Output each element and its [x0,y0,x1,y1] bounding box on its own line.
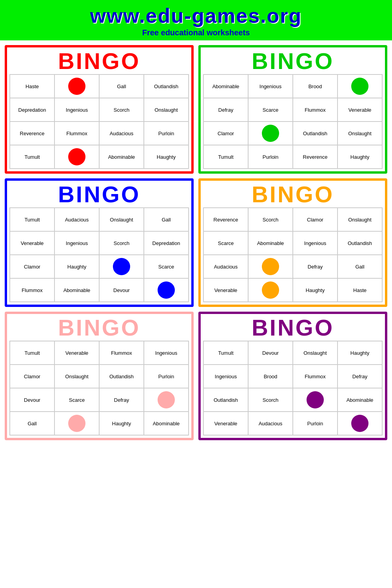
bingo-grid: TumultVenerableFlummoxIngeniousClamorOns… [9,341,189,436]
bingo-cell-9: Scarce [55,388,100,412]
bingo-cell-8: Audacious [204,255,249,279]
bingo-cell-10: Defray [100,388,144,412]
circle-blue [158,281,175,299]
bingo-cell-4: Defray [204,98,249,122]
header-subtitle: Free educational worksheets [0,28,392,37]
bingo-cell-9 [249,122,293,145]
bingo-cell-9: Haughty [55,255,100,279]
bingo-cell-14: Purloin [293,412,338,436]
bingo-cell-11: Abominable [338,388,383,412]
bingo-cell-13: Purloin [249,145,293,169]
bingo-cell-12: Gall [10,412,55,436]
bingo-cell-14: Haughty [293,279,338,302]
circle-pink [158,391,175,408]
bingo-cell-12: Tumult [204,145,249,169]
bingo-cell-6: Ingenious [293,232,338,255]
bingo-cell-9: Flummox [55,122,100,145]
bingo-cell-5: Scarce [249,98,293,122]
header: www.edu-games.org Free educational works… [0,0,392,40]
bingo-cell-10: Outlandish [293,122,338,145]
bingo-cell-2: Gall [100,75,144,98]
bingo-cell-0: Abominable [204,75,249,98]
bingo-cell-15: Haughty [338,145,383,169]
bingo-cell-11: Onslaught [338,122,383,145]
bingo-cell-7: Onslaught [144,98,189,122]
bingo-cell-1: Devour [249,341,293,365]
bingo-cell-13: Audacious [249,412,293,436]
circle-purple [307,391,324,408]
cards-container: BINGOHasteGallOutlandishDepredationIngen… [0,40,392,445]
bingo-cell-3: Onslaught [338,208,383,232]
circle-blue [113,258,130,275]
bingo-cell-15 [338,412,383,436]
circle-green [351,78,368,95]
bingo-cell-7: Outlandish [338,232,383,255]
bingo-cell-6: Outlandish [100,365,144,388]
bingo-grid: TumultAudaciousOnslaughtGallVenerableIng… [9,207,189,302]
bingo-grid: TumultDevourOnslaughtHaughtyIngeniousBro… [203,341,383,436]
bingo-cell-9: Scorch [249,388,293,412]
bingo-cell-3: Gall [144,208,189,232]
bingo-cell-8: Devour [10,388,55,412]
bingo-cell-8: Clamor [204,122,249,145]
bingo-title: BINGO [203,50,383,73]
bingo-cell-14: Abominable [100,145,144,169]
bingo-cell-1: Venerable [55,341,100,365]
bingo-cell-1: Scorch [249,208,293,232]
bingo-cell-4: Scarce [204,232,249,255]
bingo-cell-7: Venerable [338,98,383,122]
bingo-card-card4: BINGOReverenceScorchClamorOnslaughtScarc… [198,178,387,307]
bingo-cell-7: Defray [338,365,383,388]
bingo-title: BINGO [9,183,189,206]
bingo-title: BINGO [9,316,189,339]
bingo-title: BINGO [203,183,383,206]
bingo-cell-13: Abominable [55,279,100,302]
bingo-cell-10: Defray [293,255,338,279]
bingo-card-card6: BINGOTumultDevourOnslaughtHaughtyIngenio… [198,312,387,440]
bingo-cell-12: Venerable [204,279,249,302]
bingo-cell-0: Haste [10,75,55,98]
bingo-cell-14: Haughty [100,412,144,436]
bingo-cell-2: Flummox [100,341,144,365]
site-url: www.edu-games.org [0,4,392,27]
bingo-cell-3: Outlandish [144,75,189,98]
bingo-grid: HasteGallOutlandishDepredationIngeniousS… [9,74,189,169]
bingo-grid: ReverenceScorchClamorOnslaughtScarceAbom… [203,207,383,302]
bingo-cell-3: Ingenious [144,341,189,365]
bingo-cell-8: Outlandish [204,388,249,412]
circle-pink [68,415,85,432]
bingo-card-card5: BINGOTumultVenerableFlummoxIngeniousClam… [5,312,194,440]
bingo-cell-0: Reverence [204,208,249,232]
bingo-cell-3 [338,75,383,98]
bingo-cell-10 [293,388,338,412]
bingo-cell-1 [55,75,100,98]
circle-green [262,125,279,142]
bingo-cell-3: Haughty [338,341,383,365]
bingo-cell-4: Venerable [10,232,55,255]
bingo-cell-15: Abominable [144,412,189,436]
bingo-cell-1: Audacious [55,208,100,232]
bingo-cell-11: Gall [338,255,383,279]
circle-red [68,148,85,165]
circle-orange [262,281,279,299]
bingo-cell-4: Clamor [10,365,55,388]
circle-orange [262,258,279,275]
circle-red [68,78,85,95]
bingo-cell-10: Audacious [100,122,144,145]
bingo-cell-11: Purloin [144,122,189,145]
bingo-cell-2: Brood [293,75,338,98]
bingo-cell-15: Haste [338,279,383,302]
bingo-cell-0: Tumult [10,208,55,232]
bingo-cell-14: Devour [100,279,144,302]
bingo-cell-5: Ingenious [55,98,100,122]
bingo-cell-6: Flummox [293,98,338,122]
circle-purple [351,415,368,432]
bingo-cell-13 [249,279,293,302]
bingo-cell-13 [55,412,100,436]
bingo-cell-4: Depredation [10,98,55,122]
bingo-cell-2: Onslaught [293,341,338,365]
bingo-card-card1: BINGOHasteGallOutlandishDepredationIngen… [5,45,194,174]
bingo-cell-6: Scorch [100,98,144,122]
bingo-cell-7: Depredation [144,232,189,255]
bingo-cell-15: Haughty [144,145,189,169]
